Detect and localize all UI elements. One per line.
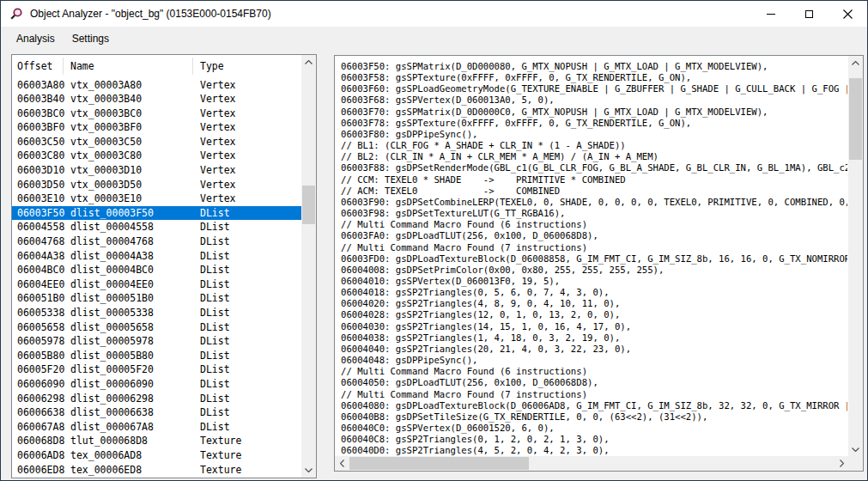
table-header: Offset Name Type [12, 55, 301, 77]
code-line: 06004038: gsSP2Triangles(1, 4, 18, 0, 3,… [341, 332, 847, 344]
code-line: // Multi Command Macro Found (7 instruct… [341, 242, 847, 253]
cell-offset: 06003BF0 [17, 120, 64, 135]
table-row[interactable]: 06006298dlist_00006298DList [12, 392, 302, 406]
cell-type: Texture [200, 434, 241, 448]
menu-bar: Analysis Settings [1, 27, 867, 51]
table-row[interactable]: 06003D10vtx_00003D10Vertex [12, 163, 302, 178]
table-row[interactable]: 06003BF0vtx_00003BF0Vertex [12, 120, 302, 135]
table-row[interactable]: 060051B0dlist_000051B0DList [12, 291, 302, 306]
table-row[interactable]: 06003C80vtx_00003C80Vertex [12, 149, 302, 163]
code-line: 06003F78: gsSPTexture(0xFFFF, 0xFFFF, 0,… [341, 118, 847, 129]
window-title: Object Analyzer - "object_bg" (0153E000-… [30, 8, 271, 20]
code-line: 06004018: gsSP2Triangles(0, 5, 6, 0, 7, … [341, 287, 847, 298]
table-row[interactable]: 06003BC0vtx_00003BC0Vertex [12, 107, 302, 121]
cell-type: Vertex [200, 149, 236, 163]
cell-type: Vertex [200, 192, 236, 206]
scrollbar-thumb[interactable] [849, 78, 862, 160]
table-row[interactable]: 06004BC0dlist_00004BC0DList [12, 263, 302, 277]
cell-name: vtx_00003D50 [70, 178, 142, 192]
table-row[interactable]: 06006ED8tex_00006ED8Texture [12, 463, 302, 478]
table-row[interactable]: 06005658dlist_00005658DList [12, 320, 302, 335]
code-line: 06003F68: gsSPVertex(D_060013A0, 5, 0), [341, 94, 847, 106]
table-row[interactable]: 06003B40vtx_00003B40Vertex [12, 92, 302, 107]
cell-name: dlist_00004768 [70, 234, 154, 249]
maximize-button[interactable] [790, 1, 829, 27]
menu-analysis[interactable]: Analysis [8, 28, 64, 49]
cell-type: DList [200, 249, 230, 264]
cell-type: DList [200, 277, 230, 292]
table-row[interactable]: 06005338dlist_00005338DList [12, 306, 302, 320]
cell-type: Texture [200, 463, 241, 478]
cell-offset: 06003C50 [17, 135, 64, 149]
cell-offset: 06005338 [17, 306, 64, 320]
table-row[interactable]: 06006090dlist_00006090DList [12, 377, 302, 392]
code-line: // CCM: TEXEL0 * SHADE -> PRIMITIVE * CO… [341, 174, 847, 186]
table-row[interactable]: 060067A8dlist_000067A8DList [12, 420, 302, 435]
cell-offset: 06003A80 [17, 78, 64, 93]
cell-type: DList [200, 206, 230, 221]
scroll-up-button[interactable] [848, 56, 863, 70]
code-line: 06003F88: gsDPSetRenderMode(GBL_c1(G_BL_… [341, 162, 847, 174]
cell-offset: 06003C80 [17, 149, 64, 163]
code-line: // Multi Command Macro Found (6 instruct… [341, 219, 847, 230]
scrollbar-thumb[interactable] [349, 457, 529, 470]
chevron-left-icon [340, 460, 344, 467]
cell-name: dlist_00005F20 [70, 362, 154, 377]
table-row[interactable]: 06004A38dlist_00004A38DList [12, 249, 302, 264]
table-row[interactable]: 06005B80dlist_00005B80DList [12, 349, 302, 363]
code-horizontal-scrollbar[interactable] [335, 456, 849, 471]
cell-offset: 06006ED8 [17, 463, 64, 478]
table-row[interactable]: 06003A80vtx_00003A80Vertex [12, 78, 302, 93]
code-line: 060040D0: gsSP2Triangles(4, 5, 2, 0, 4, … [341, 445, 847, 456]
object-list-vertical-scrollbar[interactable] [301, 55, 316, 478]
cell-name: dlist_00005B80 [70, 349, 154, 363]
code-line: 06004020: gsSP2Triangles(4, 8, 9, 0, 4, … [341, 298, 847, 309]
cell-name: vtx_00003C80 [70, 149, 142, 163]
code-line: // BL1: (CLR_FOG * A_SHADE + CLR_IN * (1… [341, 140, 847, 151]
table-row[interactable]: 060068D8tlut_000068D8Texture [12, 434, 302, 448]
scroll-up-button[interactable] [301, 55, 316, 70]
scrollbar-thumb[interactable] [302, 186, 315, 224]
table-row[interactable]: 06003E10vtx_00003E10Vertex [12, 192, 302, 206]
magnifier-app-icon [9, 7, 23, 21]
code-line: 06003F70: gsSPMatrix(D_0D0000C0, G_MTX_N… [341, 107, 847, 118]
column-header-offset[interactable]: Offset [17, 60, 53, 72]
column-header-name[interactable]: Name [70, 60, 94, 72]
scroll-down-button[interactable] [301, 463, 316, 478]
minimize-icon [767, 14, 775, 15]
minimize-button[interactable] [751, 1, 790, 27]
scroll-left-button[interactable] [335, 456, 349, 471]
cell-type: DList [200, 362, 230, 377]
object-list-panel: Offset Name Type 06003A80vtx_00003A80Ver… [11, 54, 317, 478]
code-line: 06004048: gsDPPipeSync(), [341, 355, 847, 366]
cell-name: vtx_00003BC0 [70, 107, 142, 121]
table-row[interactable]: 06006AD8tex_00006AD8Texture [12, 448, 302, 463]
table-row[interactable]: 06006638dlist_00006638DList [12, 405, 302, 420]
close-button[interactable] [829, 1, 867, 27]
cell-name: dlist_000067A8 [70, 420, 154, 435]
cell-name: vtx_00003A80 [70, 78, 142, 93]
close-icon [843, 9, 853, 19]
cell-type: Vertex [200, 135, 236, 149]
titlebar[interactable]: Object Analyzer - "object_bg" (0153E000-… [1, 1, 867, 27]
code-line: 06003F90: gsDPSetCombineLERP(TEXEL0, 0, … [341, 197, 847, 208]
table-row[interactable]: 06003D50vtx_00003D50Vertex [12, 178, 302, 192]
code-vertical-scrollbar[interactable] [848, 56, 863, 457]
table-row[interactable]: 06005978dlist_00005978DList [12, 334, 302, 349]
menu-settings[interactable]: Settings [64, 28, 118, 49]
table-row[interactable]: 06004EE0dlist_00004EE0DList [12, 277, 302, 292]
cell-name: tex_00006ED8 [70, 463, 142, 478]
table-row[interactable]: 06004558dlist_00004558DList [12, 220, 302, 234]
cell-offset: 060068D8 [17, 434, 64, 448]
scroll-down-button[interactable] [848, 442, 863, 457]
code-line: 06003F50: gsSPMatrix(D_0D000080, G_MTX_N… [341, 61, 847, 72]
scroll-right-button[interactable] [835, 456, 849, 471]
cell-type: DList [200, 306, 230, 320]
table-row[interactable]: 06004768dlist_00004768DList [12, 234, 302, 249]
table-row[interactable]: 06003F50dlist_00003F50DList [12, 206, 302, 221]
column-header-type[interactable]: Type [200, 60, 224, 72]
code-line: // Multi Command Macro Found (7 instruct… [341, 389, 847, 400]
code-panel: 06003F50: gsSPMatrix(D_0D000080, G_MTX_N… [334, 55, 864, 472]
table-row[interactable]: 06005F20dlist_00005F20DList [12, 362, 302, 377]
table-row[interactable]: 06003C50vtx_00003C50Vertex [12, 135, 302, 149]
